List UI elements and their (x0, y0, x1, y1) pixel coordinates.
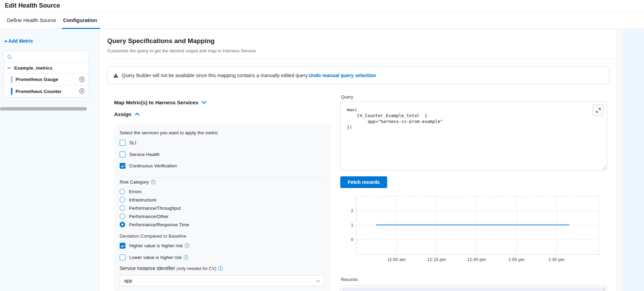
page-background (622, 29, 644, 291)
x-tick-label: 11:50 am (379, 257, 414, 262)
sli-label: SLI (129, 140, 136, 145)
search-icon (7, 54, 12, 59)
warning-icon (113, 73, 119, 78)
metric-group-example-metrics[interactable]: Example_metrics (4, 62, 89, 74)
radio-row-performance-throughput[interactable]: Performance/Throughput (120, 205, 181, 211)
checkbox-row-service-health[interactable]: Service Health (120, 151, 160, 157)
performance-other-radio[interactable] (120, 214, 125, 219)
chevron-down-icon (7, 67, 11, 69)
assign-label: Assign (114, 111, 131, 117)
service-health-label: Service Health (129, 152, 160, 157)
records-header-strip (342, 288, 601, 291)
assign-panel: Select the services you want to apply th… (114, 125, 330, 291)
search-input[interactable] (14, 52, 87, 61)
section-subheading: Customize the query to get the desired o… (107, 48, 257, 53)
higher-value-checkbox[interactable] (120, 243, 125, 249)
sidebar-item-prometheus-counter[interactable]: Prometheus Counter (4, 85, 89, 97)
checkbox-row-continuous-verification[interactable]: Continuous Verification (120, 163, 177, 169)
sidebar-item-prometheus-gauge[interactable]: Prometheus Gauge (4, 74, 89, 85)
chevron-down-icon (316, 280, 320, 282)
metric-search (4, 51, 89, 62)
add-metric-button[interactable]: +Add Metric (4, 38, 33, 45)
checkbox-row-higher-value[interactable]: Higher value is higher risk (120, 242, 189, 249)
info-icon[interactable] (185, 243, 189, 248)
y-tick-label: 2 (340, 208, 353, 213)
chart-plot-area: 11:50 am 12:15 pm 12:40 pm 1:05 pm 1:30 … (356, 196, 599, 255)
continuous-verification-checkbox[interactable] (120, 163, 125, 169)
query-result-chart: 2 1 0 11:50 am 12:15 pm 12:40 pm 1:05 pm… (340, 193, 607, 267)
performance-response-time-label: Performance/Response Time (129, 222, 189, 227)
x-tick-label: 1:05 pm (499, 257, 534, 262)
query-editor[interactable]: max( CV_Counter_Example_total { app="har… (340, 101, 607, 171)
tab-bar: Define Health Source Configuration (0, 12, 644, 29)
page-header: Edit Health Source (0, 0, 644, 12)
plus-icon: + (4, 38, 8, 44)
divider (120, 177, 325, 177)
errors-label: Errors (129, 189, 142, 194)
chevron-down-icon (202, 101, 207, 104)
radio-row-infrastructure[interactable]: Infrastructure (120, 197, 157, 203)
performance-throughput-radio[interactable] (120, 205, 125, 211)
metric-accent-bar (11, 88, 12, 95)
undo-manual-query-link[interactable]: Undo manual query selection (309, 73, 376, 78)
metric-item-label: Prometheus Counter (16, 89, 62, 94)
service-instance-identifier-label: Service Instance Identifier (only needed… (120, 266, 223, 271)
gridline (356, 211, 599, 211)
records-box (340, 285, 607, 291)
radio-row-errors[interactable]: Errors (120, 188, 142, 195)
infrastructure-label: Infrastructure (129, 197, 157, 202)
risk-category-label: Risk Category (120, 179, 155, 185)
y-tick-label: 0 (340, 237, 353, 242)
x-tick-label: 12:15 pm (419, 257, 454, 262)
records-scrollbar[interactable] (602, 288, 605, 291)
lower-value-checkbox[interactable] (120, 254, 125, 260)
selected-value: app (124, 278, 132, 283)
service-instance-identifier-select[interactable]: app (120, 275, 324, 286)
drawer-scrollbar-track[interactable] (617, 29, 622, 291)
metric-group-name: Example_metrics (14, 65, 52, 71)
horizontal-scrollbar-thumb[interactable] (0, 107, 87, 111)
map-metric-section-toggle[interactable]: Map Metric(s) to Harness Services (114, 100, 207, 105)
expand-query-button[interactable] (592, 104, 604, 116)
map-metric-label: Map Metric(s) to Harness Services (114, 100, 198, 105)
errors-radio[interactable] (120, 189, 125, 194)
infrastructure-radio[interactable] (120, 197, 125, 202)
assign-section-toggle[interactable]: Assign (114, 111, 140, 117)
radio-row-performance-other[interactable]: Performance/Other (120, 213, 169, 219)
gridline (599, 196, 599, 255)
service-health-checkbox[interactable] (120, 152, 125, 157)
divider (107, 59, 617, 59)
info-icon[interactable] (184, 255, 188, 260)
info-icon[interactable] (218, 266, 223, 271)
higher-value-label: Higher value is higher risk (129, 243, 189, 248)
tab-define-health-source[interactable]: Define Health Source (7, 12, 56, 29)
radio-row-performance-response-time[interactable]: Performance/Response Time (120, 221, 189, 228)
remove-metric-icon[interactable] (79, 76, 85, 82)
lower-value-label: Lower value is higher risk (129, 255, 188, 260)
fetch-records-button[interactable]: Fetch records (340, 176, 387, 188)
info-icon[interactable] (151, 180, 155, 184)
tab-configuration[interactable]: Configuration (63, 12, 97, 29)
resize-grip[interactable] (603, 166, 606, 170)
services-prompt: Select the services you want to apply th… (120, 130, 218, 135)
x-tick-label: 12:40 pm (459, 257, 494, 262)
checkbox-row-sli[interactable]: SLI (120, 139, 136, 146)
query-builder-warning-banner: Query Builder will not be available sinc… (107, 66, 610, 84)
deviation-label: Deviation Compared to Baseline (120, 233, 187, 239)
expand-icon (596, 108, 601, 113)
remove-metric-icon[interactable] (79, 88, 85, 94)
metric-accent-bar (11, 76, 12, 83)
continuous-verification-label: Continuous Verification (129, 163, 177, 168)
performance-throughput-label: Performance/Throughput (129, 206, 181, 211)
sli-checkbox[interactable] (120, 140, 125, 146)
section-heading: Query Specifications and Mapping (107, 37, 214, 45)
records-label: Records (341, 277, 358, 282)
query-code[interactable]: max( CV_Counter_Example_total { app="har… (341, 102, 607, 135)
query-label: Query (341, 94, 353, 100)
metric-item-label: Prometheus Gauge (16, 77, 58, 82)
performance-response-time-radio[interactable] (120, 222, 125, 227)
checkbox-row-lower-value[interactable]: Lower value is higher risk (120, 254, 188, 260)
x-tick-label: 1:30 pm (539, 257, 574, 262)
metrics-list-card: Example_metrics Prometheus Gauge Prometh… (3, 51, 89, 97)
gridline (356, 196, 599, 197)
